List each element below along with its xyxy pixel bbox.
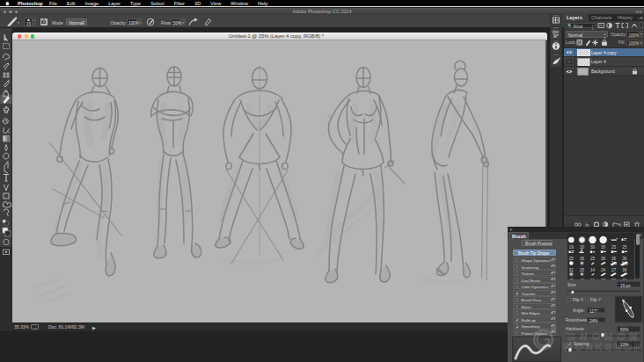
svg-text:WORKSHOP: WORKSHOP — [563, 342, 643, 352]
svg-text:the: the — [565, 331, 569, 335]
svg-text:GNOMON: GNOMON — [567, 331, 641, 342]
